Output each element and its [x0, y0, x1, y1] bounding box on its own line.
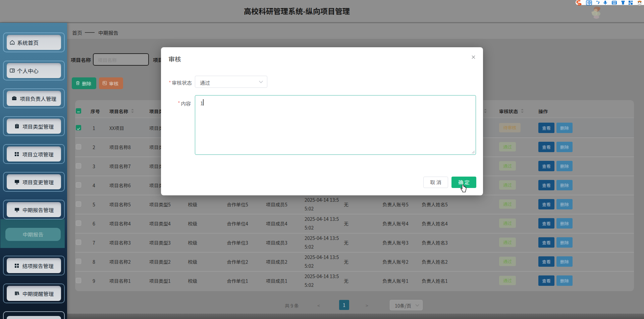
- svg-text:中: 中: [587, 0, 591, 5]
